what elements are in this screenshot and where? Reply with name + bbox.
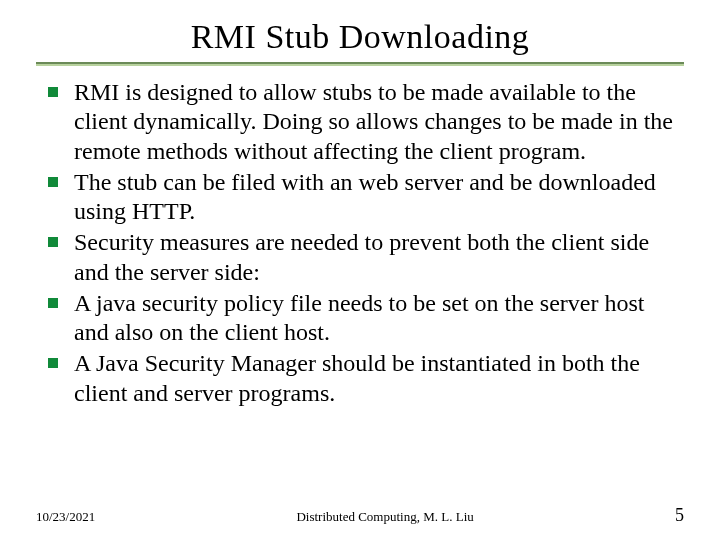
slide: RMI Stub Downloading RMI is designed to … bbox=[0, 0, 720, 540]
bullet-text: RMI is designed to allow stubs to be mad… bbox=[74, 78, 684, 166]
list-item: RMI is designed to allow stubs to be mad… bbox=[48, 78, 684, 166]
square-bullet-icon bbox=[48, 298, 58, 308]
list-item: A Java Security Manager should be instan… bbox=[48, 349, 684, 408]
bullet-text: A Java Security Manager should be instan… bbox=[74, 349, 684, 408]
bullet-text: A java security policy file needs to be … bbox=[74, 289, 684, 348]
square-bullet-icon bbox=[48, 358, 58, 368]
list-item: A java security policy file needs to be … bbox=[48, 289, 684, 348]
square-bullet-icon bbox=[48, 87, 58, 97]
title-underline bbox=[36, 62, 684, 66]
bullet-text: The stub can be filed with an web server… bbox=[74, 168, 684, 227]
slide-body: RMI is designed to allow stubs to be mad… bbox=[36, 78, 684, 408]
slide-footer: 10/23/2021 Distributed Computing, M. L. … bbox=[36, 505, 684, 526]
footer-date: 10/23/2021 bbox=[36, 509, 95, 525]
slide-title: RMI Stub Downloading bbox=[36, 18, 684, 56]
list-item: The stub can be filed with an web server… bbox=[48, 168, 684, 227]
square-bullet-icon bbox=[48, 237, 58, 247]
footer-page-number: 5 bbox=[675, 505, 684, 526]
footer-center: Distributed Computing, M. L. Liu bbox=[95, 509, 675, 525]
square-bullet-icon bbox=[48, 177, 58, 187]
bullet-text: Security measures are needed to prevent … bbox=[74, 228, 684, 287]
list-item: Security measures are needed to prevent … bbox=[48, 228, 684, 287]
